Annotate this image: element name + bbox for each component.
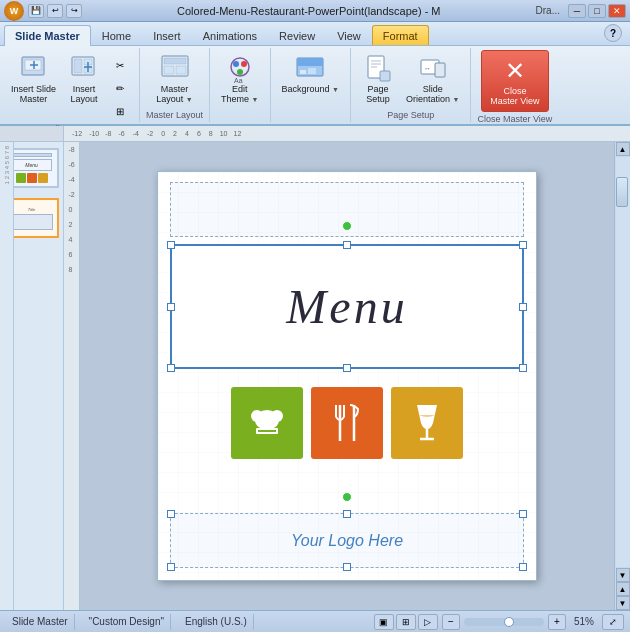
maximize-button[interactable]: □	[588, 4, 606, 18]
insert-layout-icon	[68, 53, 100, 85]
svg-rect-35	[258, 430, 276, 432]
background-icon	[294, 53, 326, 85]
vertical-ruler: -8-6-4-202468	[64, 142, 80, 610]
office-button[interactable]: W	[4, 1, 24, 21]
background-button[interactable]: Background ▼	[277, 50, 344, 98]
zoom-slider-thumb[interactable]	[504, 617, 514, 627]
layout-button-sm[interactable]: ⊞	[107, 100, 133, 122]
group-edit-master-content: Insert SlideMaster InsertLayout	[6, 50, 133, 122]
handle-tl	[167, 241, 175, 249]
status-language[interactable]: English (U.S.)	[179, 614, 254, 630]
status-custom-design[interactable]: "Custom Design"	[83, 614, 171, 630]
page-setup-button[interactable]: PageSetup	[357, 50, 399, 108]
zoom-slider[interactable]	[464, 618, 544, 626]
delete-button[interactable]: ✂	[107, 54, 133, 76]
page-setup-label: PageSetup	[366, 85, 390, 105]
zoom-area: ▣ ⊞ ▷ − + 51% ⤢	[374, 614, 624, 630]
master-layout-button[interactable]: MasterLayout ▼	[151, 50, 197, 108]
tab-home[interactable]: Home	[91, 25, 142, 45]
title-bar-left: W 💾 ↩ ↪	[4, 1, 82, 21]
rename-button[interactable]: ✏	[107, 77, 133, 99]
insert-slide-master-button[interactable]: Insert SlideMaster	[6, 50, 61, 108]
zoom-out-button[interactable]: −	[442, 614, 460, 630]
tab-animations[interactable]: Animations	[192, 25, 268, 45]
handle-tm	[343, 241, 351, 249]
svg-rect-13	[176, 66, 186, 74]
fit-window-button[interactable]: ⤢	[602, 614, 624, 630]
zoom-level[interactable]: 51%	[570, 616, 598, 627]
svg-point-15	[233, 61, 239, 67]
tab-view[interactable]: View	[326, 25, 372, 45]
group-page-setup-label: Page Setup	[387, 108, 434, 120]
close-master-view-button[interactable]: ✕ CloseMaster View	[481, 50, 548, 112]
handle-bm	[343, 364, 351, 372]
handle-bl	[167, 364, 175, 372]
close-button[interactable]: ✕	[608, 4, 626, 18]
zoom-in-button[interactable]: +	[548, 614, 566, 630]
scroll-thumb-v[interactable]	[616, 177, 628, 207]
handle-mr	[519, 303, 527, 311]
close-master-view-icon: ✕	[499, 55, 531, 87]
logo-text: Your Logo Here	[291, 532, 403, 550]
scroll-track-v	[616, 157, 630, 567]
slide-2-container: 2 Title	[2, 196, 61, 240]
slide[interactable]: Menu	[157, 171, 537, 581]
group-master-layout-content: MasterLayout ▼	[151, 50, 197, 108]
group-close-master-view-label: Close Master View	[477, 112, 552, 124]
page-setup-icon	[362, 53, 394, 85]
vertical-scrollbar: ▲ ▼ ▲ ▼	[614, 142, 630, 610]
save-icon[interactable]: 💾	[28, 4, 44, 18]
redo-icon[interactable]: ↪	[66, 4, 82, 18]
group-edit-theme: Aa EditTheme ▼	[210, 48, 270, 122]
slide-sorter-button[interactable]: ⊞	[396, 614, 416, 630]
slide-1-thumb[interactable]: Menu	[5, 148, 59, 188]
undo-icon[interactable]: ↩	[47, 4, 63, 18]
insert-layout-button[interactable]: InsertLayout	[63, 50, 105, 108]
scroll-down-button[interactable]: ▼	[616, 568, 630, 582]
group-close-master-view: ✕ CloseMaster View Close Master View	[471, 48, 558, 122]
minimize-button[interactable]: ─	[568, 4, 586, 18]
rename-icon: ✏	[111, 79, 129, 97]
background-label: Background ▼	[282, 85, 339, 95]
logo-handle-tr	[519, 510, 527, 518]
chef-icon-box	[231, 387, 303, 459]
edit-theme-button[interactable]: Aa EditTheme ▼	[216, 50, 263, 108]
svg-rect-22	[308, 68, 316, 74]
status-slide-master[interactable]: Slide Master	[6, 614, 75, 630]
tab-insert[interactable]: Insert	[142, 25, 192, 45]
slideshow-button[interactable]: ▷	[418, 614, 438, 630]
menu-text-box[interactable]: Menu	[170, 244, 524, 369]
tab-format[interactable]: Format	[372, 25, 429, 45]
slide-orientation-button[interactable]: ↔ SlideOrientation ▼	[401, 50, 464, 108]
scroll-up2-button[interactable]: ▲	[616, 582, 630, 596]
group-master-layout: MasterLayout ▼ Master Layout	[140, 48, 210, 122]
wine-glass-icon	[409, 401, 445, 445]
group-edit-theme-content: Aa EditTheme ▼	[216, 50, 263, 118]
group-close-master-view-content: ✕ CloseMaster View	[481, 50, 548, 112]
chef-hat-icon	[244, 400, 290, 446]
tab-review[interactable]: Review	[268, 25, 326, 45]
tab-slide-master[interactable]: Slide Master	[4, 25, 91, 46]
logo-handle-bl	[167, 563, 175, 571]
main-area: 1 Menu 2 Title	[0, 142, 630, 610]
svg-rect-20	[297, 58, 323, 66]
slide-inner: Menu	[158, 172, 536, 580]
help-button[interactable]: ?	[604, 24, 622, 42]
rotation-handle[interactable]	[342, 221, 352, 231]
group-background: Background ▼	[271, 48, 351, 122]
small-buttons: ✂ ✏ ⊞	[107, 54, 133, 122]
svg-rect-12	[164, 66, 174, 74]
group-edit-master: Insert SlideMaster InsertLayout	[0, 48, 140, 122]
wine-glass-icon-box	[391, 387, 463, 459]
svg-point-33	[271, 410, 283, 422]
slide-2-thumb[interactable]: Title	[5, 198, 59, 238]
edit-theme-label: EditTheme ▼	[221, 85, 258, 105]
horizontal-ruler: -12-10-8-6-4-2024681012	[0, 126, 630, 142]
v-ruler-ticks: -8-6-4-202468	[68, 142, 74, 273]
scroll-up-button[interactable]: ▲	[616, 142, 630, 156]
icons-row	[231, 387, 463, 459]
scroll-down2-button[interactable]: ▼	[616, 596, 630, 610]
slide-panel: 1 Menu 2 Title	[0, 142, 64, 610]
logo-rotation-handle[interactable]	[342, 492, 352, 502]
normal-view-button[interactable]: ▣	[374, 614, 394, 630]
